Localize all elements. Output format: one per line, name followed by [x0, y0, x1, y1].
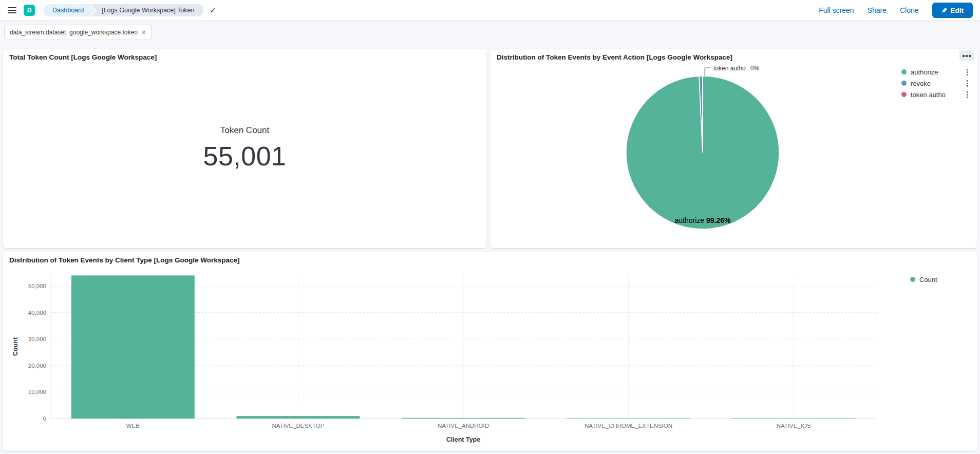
panel-client-type-bar: Distribution of Token Events by Client T…	[3, 252, 977, 451]
x-axis-tick: NATIVE_ANDROID	[438, 423, 489, 429]
bar-WEB[interactable]	[71, 275, 195, 419]
full-screen-link[interactable]: Full screen	[819, 6, 854, 14]
y-axis-tick: 50,000	[28, 283, 46, 289]
legend-item-label: token autho	[911, 91, 962, 99]
top-nav-bar: D Dashboard [Logs Google Workspace] Toke…	[0, 0, 980, 21]
bar-NATIVE_DESKTOP[interactable]	[236, 416, 360, 419]
bar-NATIVE_ANDROID[interactable]	[402, 418, 525, 419]
clone-link[interactable]: Clone	[900, 6, 919, 14]
y-axis-tick: 40,000	[28, 310, 46, 316]
space-avatar[interactable]: D	[24, 5, 35, 16]
breadcrumb: Dashboard [Logs Google Workspace] Token	[43, 4, 203, 16]
legend-dot	[901, 69, 907, 74]
y-axis-tick: 30,000	[28, 336, 46, 342]
legend-item-revoke[interactable]: revoke	[901, 79, 969, 88]
pie-slice-label: authorize 99.26%	[491, 216, 915, 224]
legend-item-label: revoke	[911, 80, 962, 87]
y-axis-tick: 20,000	[28, 363, 46, 369]
pie-legend: authorizerevoketoken autho	[901, 67, 969, 99]
menu-hamburger-icon[interactable]	[0, 0, 24, 21]
legend-item-authorize[interactable]: authorize	[901, 67, 969, 77]
edit-button[interactable]: ✎ Edit	[932, 3, 973, 18]
x-axis-tick: NATIVE_IOS	[777, 423, 811, 429]
bar-NATIVE_IOS[interactable]	[732, 418, 855, 419]
panel-options-icon[interactable]	[959, 50, 974, 61]
x-axis-tick: NATIVE_CHROME_EXTENSION	[585, 423, 672, 429]
panel-total-token-count: Total Token Count [Logs Google Workspace…	[3, 49, 486, 248]
y-axis-tick: 0	[43, 415, 46, 422]
x-axis-title: Client Type	[446, 436, 480, 443]
filter-pill-label: data_stream.dataset: google_workspace.to…	[10, 29, 138, 36]
pie-callout-connector	[705, 68, 710, 76]
legend-item-count[interactable]: Count	[910, 275, 937, 284]
metric-value: 55,001	[203, 141, 286, 172]
y-axis-tick: 10,000	[28, 389, 46, 395]
bar-NATIVE_CHROME_EXTENSION[interactable]	[567, 418, 690, 419]
filter-pill[interactable]: data_stream.dataset: google_workspace.to…	[4, 25, 152, 40]
legend-item-label: Count	[919, 276, 937, 283]
share-link[interactable]: Share	[868, 6, 887, 14]
saved-check-icon: ✓	[210, 6, 216, 15]
x-axis-tick: NATIVE_DESKTOP	[272, 423, 324, 429]
pencil-icon: ✎	[941, 7, 947, 14]
legend-item-options-icon[interactable]	[966, 68, 969, 77]
x-axis-tick: WEB	[126, 423, 140, 429]
pie-callout-label: token autho0%	[713, 65, 759, 72]
remove-filter-icon[interactable]: ×	[142, 29, 146, 36]
legend-item-options-icon[interactable]	[966, 90, 969, 99]
bar-legend: Count	[910, 275, 937, 284]
legend-item-label: authorize	[911, 68, 962, 76]
legend-dot	[910, 277, 915, 282]
breadcrumb-dashboard[interactable]: Dashboard	[43, 4, 95, 16]
legend-item-options-icon[interactable]	[966, 79, 969, 88]
metric-label: Token Count	[220, 125, 269, 136]
legend-dot	[901, 81, 907, 86]
y-axis-title: Count	[12, 337, 19, 356]
bar-chart[interactable]: 010,00020,00030,00040,00050,000WEBNATIVE…	[3, 252, 977, 451]
legend-item-token-autho[interactable]: token autho	[901, 90, 969, 99]
panel-event-action-pie: Distribution of Token Events by Event Ac…	[491, 49, 977, 248]
breadcrumb-current-page: [Logs Google Workspace] Token	[90, 4, 203, 16]
legend-dot	[901, 92, 907, 97]
